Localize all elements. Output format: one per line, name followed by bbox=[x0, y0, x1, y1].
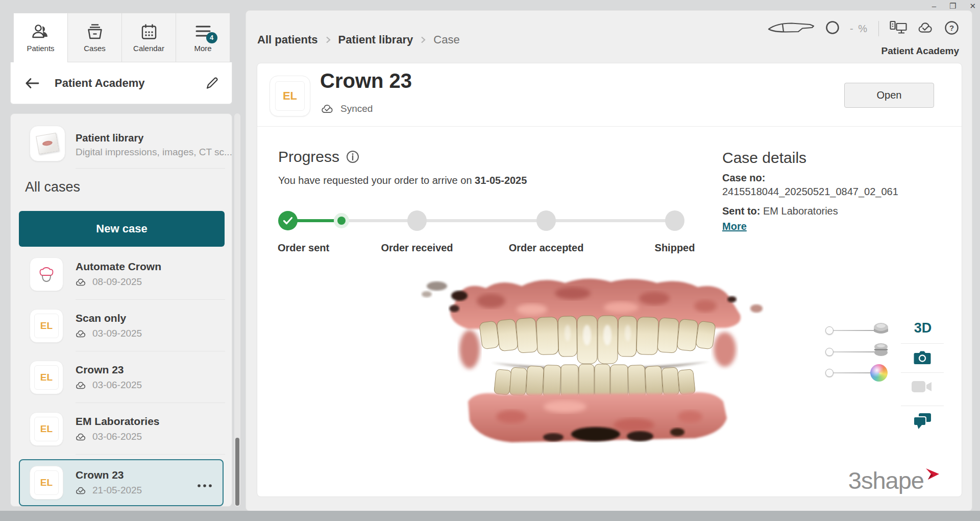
case-options-dots-icon[interactable] bbox=[197, 481, 212, 490]
step-circle-pending bbox=[407, 210, 427, 231]
cloud-sync-icon[interactable] bbox=[918, 21, 934, 36]
account-name-label[interactable]: Patient Academy bbox=[881, 45, 959, 57]
cloud-synced-icon bbox=[76, 486, 87, 495]
case-title: EM Laboratories bbox=[76, 415, 160, 428]
tab-more[interactable]: 4 More bbox=[176, 13, 230, 62]
case-date-row: 03-06-2025 bbox=[76, 380, 142, 391]
breadcrumb-patient-library[interactable]: Patient library bbox=[338, 33, 413, 46]
case-avatar-large: EL bbox=[270, 76, 310, 116]
progress-heading-row: Progress bbox=[278, 148, 359, 165]
3d-mode-button[interactable]: 3D bbox=[908, 320, 938, 336]
scanner-wand-icon[interactable] bbox=[767, 20, 815, 37]
3shape-logo: 3shape bbox=[848, 466, 940, 494]
case-list-item[interactable]: EL Scan only 03-09-2025 bbox=[11, 300, 233, 351]
more-badge: 4 bbox=[206, 32, 217, 43]
chevron-right-icon bbox=[326, 36, 331, 44]
divider bbox=[901, 343, 944, 344]
case-list-item[interactable]: EL EM Laboratories 03-06-2025 bbox=[11, 403, 233, 455]
patient-header-card: Patient Academy bbox=[10, 62, 232, 104]
color-texture-slider[interactable] bbox=[825, 364, 892, 382]
logo-red-triangle bbox=[925, 467, 940, 483]
bite-thumbnail bbox=[871, 342, 891, 360]
slider-knob[interactable] bbox=[825, 369, 834, 377]
video-record-icon[interactable] bbox=[911, 380, 933, 393]
sidebar-tabbar: Patients Cases Calendar bbox=[14, 13, 230, 62]
case-avatar: EL bbox=[30, 361, 63, 394]
sent-to-label: Sent to: bbox=[722, 205, 763, 217]
help-icon[interactable]: ? bbox=[944, 20, 959, 37]
stepper-progress-dot bbox=[337, 217, 346, 225]
case-avatar: EL bbox=[30, 466, 63, 500]
new-case-button[interactable]: New case bbox=[19, 211, 225, 247]
step-label-shipped: Shipped bbox=[655, 242, 695, 254]
crown-icon bbox=[36, 264, 57, 285]
avatar-initials: EL bbox=[34, 417, 59, 441]
remote-display-icon[interactable] bbox=[889, 20, 908, 37]
camera-snapshot-icon[interactable] bbox=[913, 350, 932, 365]
sync-status-label: Synced bbox=[340, 103, 373, 114]
case-date-row: 08-09-2025 bbox=[76, 276, 142, 288]
patient-library-thumbnail[interactable] bbox=[30, 126, 65, 161]
tab-cases[interactable]: Cases bbox=[67, 13, 122, 62]
main-panel: All patients Patient library Case - % bbox=[246, 10, 972, 511]
scrollbar-thumb[interactable] bbox=[235, 438, 239, 506]
close-button[interactable]: ✕ bbox=[969, 2, 976, 10]
slider-knob[interactable] bbox=[825, 326, 834, 335]
avatar-initials: EL bbox=[275, 81, 305, 111]
stepper-track bbox=[341, 219, 675, 222]
tab-patients[interactable]: Patients bbox=[13, 13, 68, 62]
color-sphere-thumbnail bbox=[870, 364, 888, 382]
avatar-initials: EL bbox=[34, 470, 59, 495]
sent-to-value: EM Laboratories bbox=[763, 205, 838, 217]
case-date: 03-06-2025 bbox=[92, 380, 142, 391]
tab-more-label: More bbox=[194, 44, 211, 53]
case-date: 08-09-2025 bbox=[92, 276, 142, 288]
info-icon[interactable] bbox=[346, 150, 359, 163]
case-list-item[interactable]: Automate Crown 08-09-2025 bbox=[11, 248, 233, 300]
open-case-button[interactable]: Open bbox=[844, 83, 934, 108]
upper-jaw-opacity-slider[interactable] bbox=[825, 322, 892, 339]
case-title: Crown 23 bbox=[76, 364, 124, 376]
patient-library-title[interactable]: Patient library bbox=[76, 132, 143, 144]
back-arrow-icon[interactable] bbox=[24, 77, 40, 90]
chat-messages-icon[interactable] bbox=[913, 413, 932, 430]
case-date-row: 03-06-2025 bbox=[76, 431, 142, 442]
case-list-item-selected[interactable]: EL Crown 23 21-05-2025 bbox=[19, 459, 224, 506]
more-details-link[interactable]: More bbox=[722, 221, 747, 232]
patients-people-icon bbox=[32, 23, 50, 40]
progress-heading: Progress bbox=[278, 148, 339, 165]
calendar-icon bbox=[140, 23, 158, 40]
case-list-item[interactable]: EL Crown 23 03-06-2025 bbox=[11, 351, 233, 403]
divider bbox=[76, 454, 225, 455]
case-no-label: Case no: bbox=[722, 172, 765, 184]
cloud-synced-icon bbox=[76, 433, 87, 441]
case-date: 21-05-2025 bbox=[92, 485, 142, 496]
case-date: 03-06-2025 bbox=[92, 431, 142, 442]
breadcrumb-all-patients[interactable]: All patients bbox=[257, 33, 318, 46]
upper-jaw-thumbnail bbox=[871, 321, 891, 338]
all-cases-heading: All cases bbox=[25, 179, 80, 195]
arrival-message: You have requested your order to arrive … bbox=[278, 175, 527, 186]
case-avatar: EL bbox=[30, 412, 63, 446]
case-date-row: 21-05-2025 bbox=[76, 485, 142, 496]
menu-lines-icon: 4 bbox=[194, 23, 212, 40]
case-avatar bbox=[30, 257, 63, 291]
case-title: Scan only bbox=[76, 312, 126, 324]
cloud-synced-icon bbox=[76, 381, 87, 390]
case-avatar: EL bbox=[30, 309, 63, 343]
lower-jaw-opacity-slider[interactable] bbox=[825, 343, 892, 361]
minimize-button[interactable]: – bbox=[932, 2, 936, 10]
slider-track bbox=[830, 351, 877, 352]
scanner-status-circle-icon bbox=[825, 20, 840, 37]
case-card: EL Crown 23 Synced Open Progress You hav… bbox=[257, 63, 962, 497]
slider-knob[interactable] bbox=[825, 348, 834, 356]
bottom-edge-bar bbox=[0, 511, 980, 521]
tab-calendar[interactable]: Calendar bbox=[121, 13, 176, 62]
sidebar-scrollbar[interactable] bbox=[234, 113, 240, 507]
edit-pencil-icon[interactable] bbox=[205, 77, 218, 90]
case-title: Crown 23 bbox=[76, 469, 124, 481]
case-title-heading: Crown 23 bbox=[320, 69, 412, 92]
dental-3d-scan-view[interactable] bbox=[420, 273, 767, 444]
avatar-initials: EL bbox=[34, 314, 59, 338]
restore-button[interactable]: ❐ bbox=[949, 2, 956, 10]
